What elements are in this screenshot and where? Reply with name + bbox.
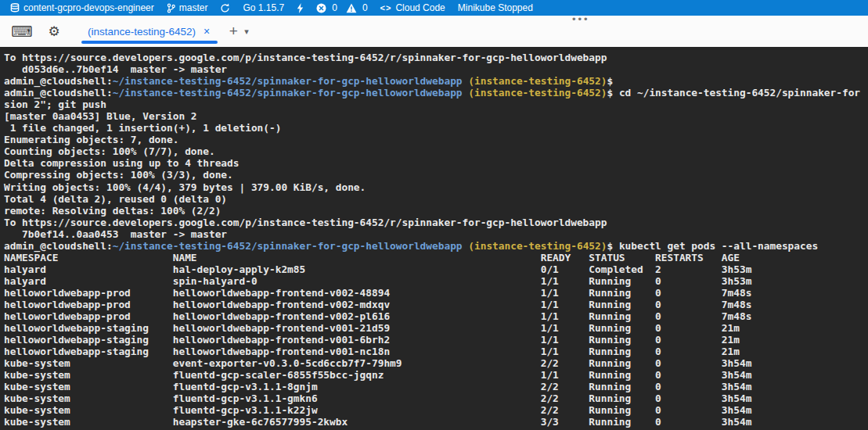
- cloud-code-button[interactable]: <> Cloud Code: [374, 0, 452, 16]
- minikube-status-button[interactable]: Minikube Stopped: [452, 0, 539, 16]
- terminal-line: d053d6e..7b0ef14 master -> master: [4, 63, 868, 75]
- terminal-line: To https://source.developers.google.com/…: [4, 52, 868, 63]
- problems-button[interactable]: 0 0: [310, 0, 373, 16]
- terminal-line: 7b0ef14..0aa0453 master -> master: [4, 228, 868, 240]
- terminal-line: Counting objects: 100% (7/7), done.: [4, 145, 868, 157]
- active-project-button[interactable]: content-gcpro-devops-engineer: [10, 0, 160, 16]
- terminal-line: kube-system fluentd-gcp-v3.1.1-gmkn6 2/2…: [4, 392, 868, 404]
- panel-drag-handle-icon[interactable]: •••: [572, 16, 590, 23]
- terminal-line: helloworldwebapp-staging helloworldwebap…: [4, 346, 868, 357]
- terminal-line: Enumerating objects: 7, done.: [4, 134, 868, 145]
- terminal-line: [master 0aa0453] Blue, Version 2: [4, 110, 868, 122]
- warning-icon: [346, 3, 357, 13]
- terminal-line: kube-system fluentd-gcp-v3.1.1-k22jw 2/2…: [4, 404, 868, 416]
- error-count: 0: [332, 2, 337, 13]
- lightning-icon: [297, 3, 304, 13]
- git-branch-button[interactable]: master: [160, 0, 214, 16]
- project-label: content-gcpro-devops-engineer: [23, 2, 154, 13]
- keyboard-icon: ⌨: [11, 23, 32, 41]
- git-branch-icon: [167, 3, 175, 13]
- lightning-button[interactable]: [290, 0, 310, 16]
- terminal-line: kube-system fluentd-gcp-v3.1.1-8gnjm 2/2…: [4, 381, 868, 392]
- terminal-line: kube-system fluentd-gcp-scaler-6855f55bc…: [4, 369, 868, 381]
- branch-label: master: [179, 2, 208, 13]
- new-terminal-button[interactable]: +: [224, 23, 243, 40]
- close-tab-icon[interactable]: ×: [203, 26, 210, 37]
- terminal-tab-label: (instance-testing-6452): [88, 26, 196, 38]
- database-icon: [10, 3, 20, 13]
- terminal-line: Compressing objects: 100% (3/3), done.: [4, 169, 868, 181]
- terminal-line: admin_@cloudshell:~/instance-testing-645…: [4, 75, 868, 87]
- active-tab-underline: [81, 41, 218, 44]
- terminal-menu-caret-icon[interactable]: ▾: [244, 27, 249, 37]
- terminal-line: Total 4 (delta 2), reused 0 (delta 0): [4, 193, 868, 205]
- status-bar: content-gcpro-devops-engineer master Go …: [0, 0, 868, 16]
- go-version-label: Go 1.15.7: [243, 2, 284, 13]
- go-version-button[interactable]: Go 1.15.7: [236, 0, 290, 16]
- terminal-tab[interactable]: (instance-testing-6452) ×: [81, 16, 218, 47]
- terminal-line: To https://source.developers.google.com/…: [4, 217, 868, 228]
- terminal-line: remote: Resolving deltas: 100% (2/2): [4, 205, 868, 217]
- cloud-code-label: Cloud Code: [395, 2, 445, 13]
- terminal-line: halyard hal-deploy-apply-k2m85 0/1 Compl…: [4, 263, 868, 275]
- warning-count: 0: [362, 2, 368, 13]
- keyboard-button[interactable]: ⌨: [9, 20, 35, 43]
- minikube-label: Minikube Stopped: [458, 2, 533, 13]
- terminal-line: Writing objects: 100% (4/4), 379 bytes |…: [4, 181, 868, 193]
- terminal-output[interactable]: To https://source.developers.google.com/…: [0, 47, 868, 430]
- code-brackets-icon: <>: [380, 3, 392, 13]
- terminal-line: kube-system event-exporter-v0.3.0-5cd6cc…: [4, 357, 868, 369]
- terminal-line: admin_@cloudshell:~/instance-testing-645…: [4, 240, 868, 252]
- sync-button[interactable]: [214, 0, 236, 16]
- terminal-line: NAMESPACE NAME READY STATUS RESTARTS AGE: [4, 252, 868, 263]
- terminal-tab-bar: ••• ⌨ ⚙ (instance-testing-6452) × + ▾: [0, 16, 868, 47]
- gear-icon: ⚙: [48, 23, 59, 40]
- terminal-line: helloworldwebapp-staging helloworldwebap…: [4, 334, 868, 346]
- error-icon: [316, 3, 326, 13]
- sync-icon: [220, 3, 230, 13]
- terminal-line: helloworldwebapp-prod helloworldwebapp-f…: [4, 310, 868, 322]
- terminal-line: Delta compression using up to 4 threads: [4, 157, 868, 169]
- terminal-line: 1 file changed, 1 insertion(+), 1 deleti…: [4, 122, 868, 134]
- terminal-line: helloworldwebapp-prod helloworldwebapp-f…: [4, 299, 868, 310]
- terminal-settings-button[interactable]: ⚙: [41, 20, 67, 43]
- terminal-line: kube-system heapster-gke-6c76577995-2kwb…: [4, 416, 868, 428]
- terminal-line: halyard spin-halyard-0 1/1 Running 0 3h5…: [4, 275, 868, 287]
- terminal-line: helloworldwebapp-prod helloworldwebapp-f…: [4, 287, 868, 299]
- terminal-line: sion 2"; git push: [4, 99, 868, 110]
- terminal-line: helloworldwebapp-staging helloworldwebap…: [4, 322, 868, 334]
- terminal-line: admin_@cloudshell:~/instance-testing-645…: [4, 87, 868, 99]
